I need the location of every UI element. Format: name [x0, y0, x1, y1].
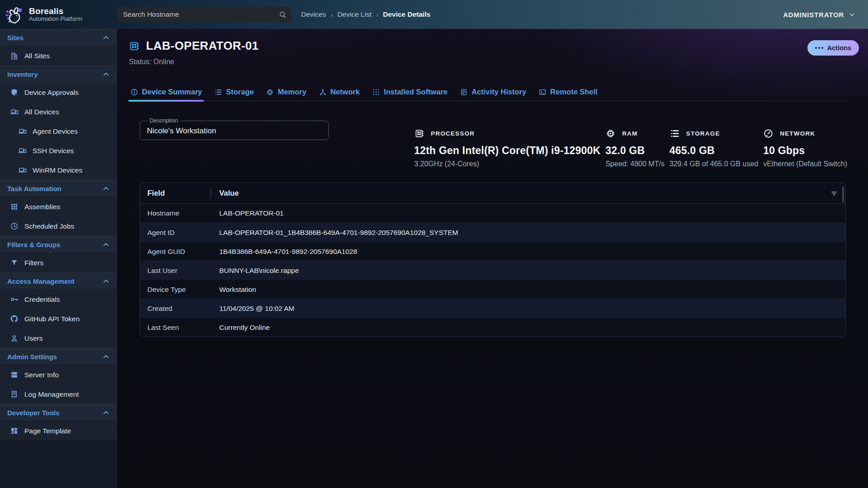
- sidebar-item-all-devices[interactable]: All Devices: [0, 102, 117, 122]
- sidebar-section-developer-tools[interactable]: Developer Tools: [0, 404, 117, 421]
- grid-dots-icon: [372, 88, 380, 96]
- value-cell: BUNNY-LAB\nicole.rappe: [219, 267, 845, 275]
- rabbit-circuit-logo-icon: [5, 5, 24, 24]
- actions-button[interactable]: Actions: [807, 40, 859, 56]
- tab-installed-software[interactable]: Installed Software: [372, 83, 448, 101]
- description-input[interactable]: [141, 123, 328, 139]
- stat-subtext: 329.4 GB of 465.0 GB used: [670, 160, 759, 168]
- tab-remote-shell[interactable]: Remote Shell: [538, 83, 598, 101]
- description-field[interactable]: Description: [140, 117, 329, 140]
- sidebar-section-admin-settings[interactable]: Admin Settings: [0, 348, 117, 365]
- value-cell: 1B4B386B-649A-4701-9892-2057690A1028: [219, 248, 845, 256]
- sidebar-item-label: Users: [24, 334, 42, 343]
- table-scrollbar-thumb[interactable]: [842, 187, 844, 203]
- sidebar-item-log-management[interactable]: Log Management: [0, 385, 117, 404]
- chevron-up-icon: [102, 70, 110, 79]
- sidebar-item-page-template[interactable]: Page Template: [0, 421, 117, 441]
- filter-lines-icon[interactable]: [830, 189, 838, 197]
- table-row-hostname[interactable]: Hostname LAB-OPERATOR-01: [140, 204, 845, 223]
- clock-icon: [10, 222, 19, 230]
- chevron-up-icon: [102, 184, 110, 193]
- shield-badge-icon: [10, 88, 19, 97]
- brand-name: Borealis: [29, 6, 82, 16]
- search-icon[interactable]: [278, 10, 287, 19]
- key-icon: [10, 295, 19, 304]
- server-icon: [10, 371, 19, 379]
- sidebar-item-label: All Sites: [24, 52, 50, 60]
- cpu-chip-icon: [128, 40, 140, 52]
- sidebar-section-sites[interactable]: Sites: [0, 29, 117, 46]
- sidebar-item-github-api-token[interactable]: GitHub API Token: [0, 309, 117, 328]
- sidebar-item-scheduled-jobs[interactable]: Scheduled Jobs: [0, 216, 117, 236]
- table-body: Hostname LAB-OPERATOR-01 Agent ID LAB-OP…: [140, 204, 845, 337]
- sidebar-section-access-management[interactable]: Access Management: [0, 272, 117, 290]
- table-row-last-user[interactable]: Last User BUNNY-LAB\nicole.rappe: [140, 261, 845, 280]
- sidebar-section-inventory[interactable]: Inventory: [0, 66, 117, 83]
- sidebar-item-server-info[interactable]: Server Info: [0, 365, 117, 385]
- sidebar-item-label: Device Approvals: [24, 89, 79, 97]
- sidebar: Sites All Sites Inventory Device Approva…: [0, 29, 117, 488]
- value-cell: LAB-OPERATOR-01: [219, 209, 845, 217]
- storage-list-icon: [670, 128, 680, 139]
- tab-label: Activity History: [472, 88, 526, 96]
- chevron-up-icon: [102, 352, 110, 361]
- storage-list-icon: [214, 88, 222, 96]
- memory-chip-icon: [266, 88, 274, 96]
- sidebar-section-task-automation[interactable]: Task Automation: [0, 180, 117, 197]
- sidebar-item-filters[interactable]: Filters: [0, 253, 117, 272]
- sidebar-section-filters-groups[interactable]: Filters & Groups: [0, 236, 117, 253]
- device-details-table: Field Value Hostname LAB-OPERATOR-01 Age…: [140, 183, 846, 337]
- table-row-agent-guid[interactable]: Agent GUID 1B4B386B-649A-4701-9892-20576…: [140, 242, 845, 261]
- column-divider: [211, 189, 211, 198]
- tab-label: Installed Software: [384, 88, 448, 96]
- tab-device-summary[interactable]: Device Summary: [130, 83, 202, 101]
- tab-storage[interactable]: Storage: [214, 83, 254, 101]
- breadcrumb-device-list[interactable]: Device List: [337, 10, 372, 19]
- breadcrumb-device-details: Device Details: [383, 10, 430, 19]
- sidebar-item-all-sites[interactable]: All Sites: [0, 46, 117, 66]
- terminal-icon: [538, 88, 547, 96]
- main-content: LAB-OPERATOR-01 Status: Online Actions D…: [117, 29, 868, 488]
- section-label: Admin Settings: [7, 353, 102, 361]
- sidebar-item-agent-devices[interactable]: Agent Devices: [0, 122, 117, 141]
- search-box[interactable]: [118, 7, 291, 22]
- sidebar-item-users[interactable]: Users: [0, 328, 117, 348]
- stat-processor: PROCESSOR 12th Gen Intel(R) Core(TM) i9-…: [414, 127, 600, 168]
- page-title: LAB-OPERATOR-01: [146, 39, 259, 53]
- chevron-up-icon: [102, 33, 110, 42]
- activity-list-icon: [460, 88, 468, 96]
- devices-icon: [10, 108, 19, 116]
- devices-icon: [18, 127, 27, 136]
- table-row-created[interactable]: Created 11/04/2025 @ 10:02 AM: [140, 299, 845, 318]
- chevron-down-icon: [849, 11, 855, 18]
- sidebar-item-label: WinRM Devices: [33, 166, 82, 174]
- sidebar-item-credentials[interactable]: Credentials: [0, 290, 117, 309]
- stat-label: STORAGE: [686, 130, 720, 137]
- actions-button-label: Actions: [827, 44, 851, 52]
- table-row-device-type[interactable]: Device Type Workstation: [140, 280, 845, 299]
- breadcrumb-separator: ›: [376, 11, 378, 19]
- stat-value: 32.0 GB: [605, 145, 665, 157]
- tab-activity-history[interactable]: Activity History: [460, 83, 526, 101]
- user-menu[interactable]: ADMINISTRATOR: [783, 0, 855, 29]
- dashboard-icon: [10, 427, 19, 435]
- tab-memory[interactable]: Memory: [266, 83, 306, 101]
- memory-chip-icon: [605, 128, 616, 139]
- info-circle-icon: [130, 88, 138, 96]
- value-cell: 11/04/2025 @ 10:02 AM: [219, 305, 845, 313]
- breadcrumb-devices[interactable]: Devices: [301, 10, 326, 19]
- table-row-agent-id[interactable]: Agent ID LAB-OPERATOR-01_1B4B386B-649A-4…: [140, 223, 845, 242]
- field-cell: Agent GUID: [140, 248, 219, 256]
- section-label: Access Management: [7, 277, 102, 285]
- table-row-last-seen[interactable]: Last Seen Currently Online: [140, 318, 845, 337]
- stat-subtext: vEthernet (Default Switch): [763, 160, 847, 168]
- sidebar-item-winrm-devices[interactable]: WinRM Devices: [0, 160, 117, 180]
- search-input[interactable]: [123, 10, 278, 19]
- field-cell: Hostname: [140, 209, 219, 217]
- sidebar-item-device-approvals[interactable]: Device Approvals: [0, 83, 117, 102]
- network-hub-icon: [319, 88, 327, 96]
- sidebar-item-assemblies[interactable]: Assemblies: [0, 197, 117, 216]
- sidebar-item-ssh-devices[interactable]: SSH Devices: [0, 141, 117, 160]
- tab-network[interactable]: Network: [319, 83, 360, 101]
- section-label: Task Automation: [7, 185, 102, 192]
